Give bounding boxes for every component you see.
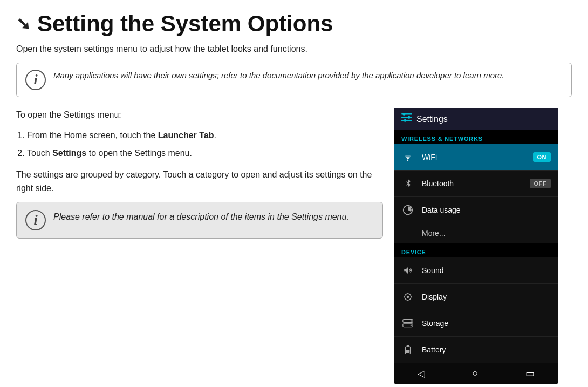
wifi-toggle[interactable]: ON: [533, 152, 551, 162]
title-row: ➘ Setting the System Options: [16, 11, 572, 37]
svg-point-5: [408, 116, 411, 119]
page-title: Setting the System Options: [37, 11, 333, 37]
device-section-label: DEVICE: [394, 243, 558, 257]
step-2-bold: Settings: [52, 148, 86, 158]
step-1: From the Home screen, touch the Launcher…: [27, 128, 383, 142]
display-icon: [401, 290, 414, 303]
storage-menu-item[interactable]: Storage: [394, 310, 558, 337]
wireless-section-label: WIRELESS & NETWORKS: [394, 130, 558, 144]
svg-point-11: [407, 296, 409, 298]
steps-outro: The settings are grouped by category. To…: [16, 168, 383, 195]
battery-label: Battery: [422, 345, 551, 354]
step-1-after: .: [214, 131, 216, 140]
left-content: To open the Settings menu: From the Home…: [16, 108, 383, 239]
svg-point-4: [403, 113, 406, 116]
page-subtitle: Open the system settings menu to adjust …: [16, 44, 572, 54]
title-arrow-icon: ➘: [16, 13, 31, 34]
display-label: Display: [422, 293, 551, 301]
bluetooth-label: Bluetooth: [422, 179, 530, 188]
data-usage-menu-item[interactable]: Data usage: [394, 197, 558, 223]
bluetooth-menu-item[interactable]: Bluetooth OFF: [394, 171, 558, 197]
battery-menu-item[interactable]: Battery: [394, 337, 558, 363]
data-usage-label: Data usage: [422, 206, 551, 214]
android-screen: Settings WIRELESS & NETWORKS WiFi ON: [394, 108, 558, 384]
info-box-top: i Many applications will have their own …: [16, 63, 572, 97]
svg-point-7: [407, 160, 409, 161]
data-usage-icon: [401, 203, 414, 216]
step-1-bold: Launcher Tab: [158, 131, 214, 140]
sound-label: Sound: [422, 266, 551, 275]
step-2-after: to open the Settings menu.: [86, 148, 192, 158]
recent-apps-button[interactable]: ▭: [525, 368, 535, 379]
wifi-label: WiFi: [422, 153, 533, 161]
svg-point-6: [404, 119, 407, 122]
storage-icon: [401, 317, 414, 330]
svg-point-19: [411, 325, 412, 327]
svg-marker-9: [404, 267, 408, 274]
info-icon-bottom: i: [25, 210, 46, 230]
more-menu-item[interactable]: More...: [394, 223, 558, 243]
svg-rect-21: [407, 345, 409, 347]
steps-intro: To open the Settings menu:: [16, 108, 383, 122]
info-icon-top: i: [25, 70, 46, 90]
battery-icon: [401, 343, 414, 356]
step-2: Touch Settings to open the Settings menu…: [27, 146, 383, 160]
svg-rect-2: [401, 120, 412, 121]
svg-rect-1: [401, 117, 412, 118]
back-button[interactable]: ◁: [418, 368, 425, 379]
wifi-menu-item[interactable]: WiFi ON: [394, 144, 558, 171]
main-area: To open the Settings menu: From the Home…: [16, 108, 572, 384]
svg-rect-22: [406, 350, 410, 353]
wifi-icon: [401, 151, 414, 164]
display-menu-item[interactable]: Display: [394, 284, 558, 310]
info-box-bottom: i Please refer to the manual for a descr…: [16, 202, 383, 239]
sound-menu-item[interactable]: Sound: [394, 257, 558, 284]
svg-point-18: [411, 320, 412, 322]
more-label: More...: [422, 229, 446, 237]
sound-icon: [401, 264, 414, 277]
android-title-bar: Settings: [394, 108, 558, 130]
steps-list: From the Home screen, touch the Launcher…: [27, 128, 383, 160]
android-settings-title: Settings: [416, 114, 448, 124]
bluetooth-icon: [401, 177, 414, 190]
info-box-bottom-text: Please refer to the manual for a descrip…: [53, 210, 349, 224]
android-nav-bar: ◁ ○ ▭: [394, 363, 558, 384]
settings-menu-icon: [401, 113, 412, 125]
info-box-top-text: Many applications will have their own se…: [53, 70, 504, 82]
storage-label: Storage: [422, 319, 551, 328]
home-button[interactable]: ○: [473, 368, 478, 379]
bluetooth-toggle[interactable]: OFF: [530, 179, 551, 188]
